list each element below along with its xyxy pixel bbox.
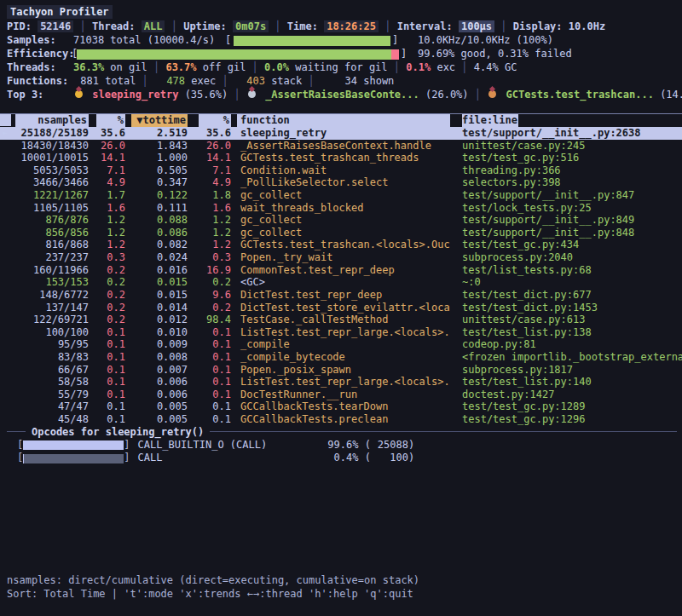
efficiency-summary: 99.69% good, 0.31% failed bbox=[418, 48, 572, 61]
col-header-pct-cum[interactable]: % bbox=[199, 114, 231, 127]
table-row[interactable]: ► 25188/25189 35.6 2.519 35.6 sleeping_r… bbox=[0, 127, 682, 140]
cell-pct-direct: 14.1 bbox=[96, 152, 125, 164]
cell-pct-direct: 0.1 bbox=[96, 389, 125, 401]
cell-file-line: test/test_gc.py:1289 bbox=[462, 400, 682, 413]
table-row[interactable]: 1105/1105 1.6 0.111 1.6 wait_threads_blo… bbox=[0, 202, 682, 215]
efficiency-label: Efficiency: bbox=[7, 48, 72, 61]
cell-tottime: 0.505 bbox=[131, 164, 188, 177]
cell-function: _PollLikeSelector.select bbox=[237, 176, 450, 189]
col-header-pct-direct[interactable]: % bbox=[96, 114, 125, 127]
table-row[interactable]: 58/58 0.1 0.006 0.1 ListTest.test_repr_l… bbox=[0, 376, 682, 389]
table-row[interactable]: 237/237 0.3 0.024 0.3 Popen._try_wait su… bbox=[0, 251, 682, 264]
top2-pct: (26.0%) bbox=[425, 89, 469, 101]
cell-nsamples: 3466/3466 bbox=[15, 176, 89, 189]
app-title: Tachyon Profiler bbox=[7, 5, 113, 19]
cell-pct-cum: 4.9 bbox=[199, 176, 231, 189]
opcode-pct: 0.4% bbox=[319, 452, 358, 465]
table-row[interactable]: 83/83 0.1 0.008 0.1 _compile_bytecode <f… bbox=[0, 351, 682, 364]
cell-pct-direct: 1.2 bbox=[96, 239, 125, 251]
col-header-file-line[interactable]: file:line bbox=[462, 114, 518, 127]
cell-tottime: 0.016 bbox=[131, 264, 188, 277]
on-gil-label: on gil bbox=[110, 61, 147, 73]
cell-function: GCCallbackTests.preclean bbox=[237, 413, 450, 426]
thread-label: Thread: bbox=[92, 20, 136, 32]
table-row[interactable]: 5053/5053 7.1 0.505 7.1 Condition.wait t… bbox=[0, 164, 682, 177]
cell-tottime: 0.008 bbox=[131, 351, 188, 364]
col-header-function[interactable]: function bbox=[237, 114, 450, 127]
table-row[interactable]: 100/100 0.1 0.010 0.1 ListTest.test_repr… bbox=[0, 326, 682, 339]
cell-nsamples: 122/69721 bbox=[15, 314, 89, 326]
cell-pct-cum: 0.1 bbox=[199, 351, 231, 364]
divider-dash bbox=[210, 431, 677, 432]
cell-nsamples: 45/48 bbox=[15, 413, 89, 426]
cell-file-line: doctest.py:1427 bbox=[462, 389, 682, 401]
table-row[interactable]: 856/856 1.2 0.086 1.2 gc_collect test/su… bbox=[0, 227, 682, 239]
efficiency-good-fill bbox=[77, 49, 391, 60]
cell-pct-cum: 7.1 bbox=[199, 164, 231, 177]
exc-pct: 0.1% bbox=[406, 61, 431, 73]
cell-tottime: 0.005 bbox=[131, 413, 188, 426]
table-row[interactable]: 148/6772 0.2 0.015 9.6 DictTest.test_rep… bbox=[0, 289, 682, 302]
top3-name[interactable]: GCTests.test_trashcan... bbox=[506, 89, 654, 101]
cell-pct-cum: 35.6 bbox=[199, 127, 231, 140]
table-row[interactable]: 3466/3466 4.9 0.347 4.9 _PollLikeSelecto… bbox=[0, 176, 682, 189]
top2-name[interactable]: _AssertRaisesBaseConte... bbox=[265, 89, 419, 101]
col-header-nsamples[interactable]: nsamples bbox=[15, 114, 89, 127]
table-row[interactable]: 95/95 0.1 0.009 0.1 _compile codeop.py:8… bbox=[0, 338, 682, 351]
cell-pct-direct: 0.1 bbox=[96, 338, 125, 351]
cell-file-line: test/test_list.py:138 bbox=[462, 326, 682, 339]
opcode-bar-fill bbox=[23, 440, 124, 450]
cell-function: sleeping_retry bbox=[237, 127, 450, 140]
uptime-label: Uptime: bbox=[183, 20, 227, 32]
cell-pct-cum: 98.4 bbox=[199, 314, 231, 326]
table-row[interactable]: 160/11966 0.2 0.016 16.9 CommonTest.test… bbox=[0, 264, 682, 277]
cell-pct-direct: 1.7 bbox=[96, 189, 125, 202]
cell-file-line: selectors.py:398 bbox=[462, 176, 682, 189]
cell-pct-direct: 0.2 bbox=[96, 276, 125, 289]
cell-nsamples: 1105/1105 bbox=[15, 202, 89, 215]
table-row[interactable]: 122/69721 0.2 0.012 98.4 TestCase._callT… bbox=[0, 314, 682, 326]
samples-rate: 10.0KHz/10.0KHz (100%) bbox=[418, 34, 553, 48]
functions-shown: 34 bbox=[321, 75, 357, 89]
divider-dash bbox=[7, 431, 26, 432]
cell-pct-cum: 0.1 bbox=[199, 400, 231, 413]
cell-tottime: 2.519 bbox=[131, 127, 188, 140]
top3-pct: (14.1%) bbox=[660, 89, 682, 101]
cell-pct-direct: 0.3 bbox=[96, 251, 125, 264]
thread-value[interactable]: ALL bbox=[142, 20, 165, 32]
cell-pct-cum: 1.8 bbox=[199, 189, 231, 202]
cell-nsamples: 10001/10015 bbox=[15, 152, 89, 164]
cell-pct-direct: 0.1 bbox=[96, 351, 125, 364]
opcode-count: 100 bbox=[371, 452, 408, 465]
opcode-name: CALL bbox=[130, 452, 319, 465]
cell-pct-direct: 1.2 bbox=[96, 214, 125, 227]
table-row[interactable]: 10001/10015 14.1 1.000 14.1 GCTests.test… bbox=[0, 152, 682, 164]
cell-tottime: 0.024 bbox=[131, 251, 188, 264]
col-header-tottime-sorted[interactable]: ▼tottime bbox=[131, 114, 188, 127]
table-row[interactable]: 153/153 0.2 0.015 0.2 <GC> ~:0 bbox=[0, 276, 682, 289]
top1-name[interactable]: sleeping_retry bbox=[92, 89, 178, 101]
table-row[interactable]: 1221/1267 1.7 0.122 1.8 gc_collect test/… bbox=[0, 189, 682, 202]
footer-legend: nsamples: direct/cumulative (direct=exec… bbox=[7, 574, 682, 588]
table-row[interactable]: 876/876 1.2 0.088 1.2 gc_collect test/su… bbox=[0, 214, 682, 227]
table-row[interactable]: 816/868 1.2 0.082 1.2 GCTests.test_trash… bbox=[0, 239, 682, 251]
cell-pct-cum: 0.1 bbox=[199, 338, 231, 351]
functions-total: 881 bbox=[73, 75, 99, 89]
cell-file-line: test/support/__init__.py:2638 bbox=[462, 127, 682, 140]
cell-file-line: subprocess.py:2040 bbox=[462, 251, 682, 264]
on-gil-pct: 36.3% bbox=[73, 61, 104, 73]
table-row[interactable]: 45/48 0.1 0.005 0.1 GCCallbackTests.prec… bbox=[0, 413, 682, 426]
efficiency-bar bbox=[77, 49, 399, 60]
cell-function: <GC> bbox=[237, 276, 450, 289]
table-row[interactable]: 66/67 0.1 0.007 0.1 Popen._posix_spawn s… bbox=[0, 364, 682, 377]
table-row[interactable]: 47/47 0.1 0.005 0.1 GCCallbackTests.tear… bbox=[0, 400, 682, 413]
table-row[interactable]: 137/147 0.2 0.014 0.2 DictTest.test_stor… bbox=[0, 302, 682, 314]
cell-nsamples: 25188/25189 bbox=[15, 127, 89, 140]
cell-pct-cum: 0.1 bbox=[199, 413, 231, 426]
cell-file-line: unittest/case.py:613 bbox=[462, 314, 682, 326]
cell-nsamples: 237/237 bbox=[15, 251, 89, 264]
cell-function: _AssertRaisesBaseContext.handle bbox=[237, 140, 450, 153]
table-row[interactable]: 55/79 0.1 0.006 0.1 DocTestRunner.__run … bbox=[0, 389, 682, 401]
cell-function: DocTestRunner.__run bbox=[237, 389, 450, 401]
table-row[interactable]: 18430/18430 26.0 1.843 26.0 _AssertRaise… bbox=[0, 140, 682, 153]
